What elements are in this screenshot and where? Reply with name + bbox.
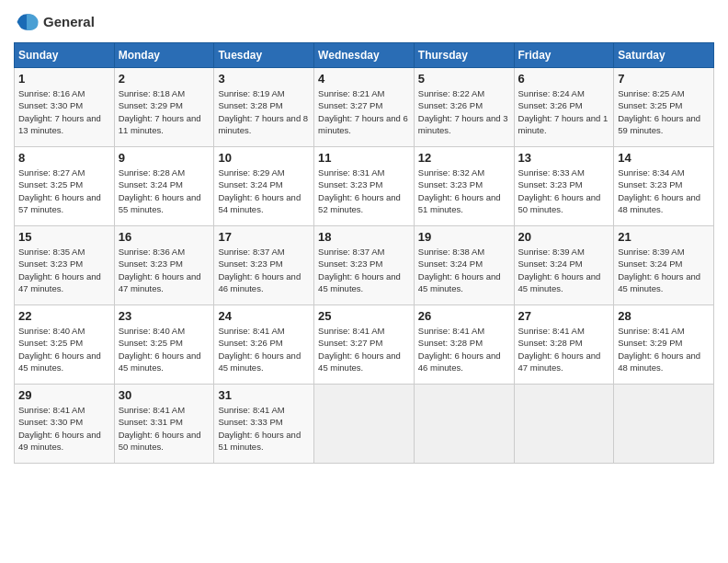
day-number: 8 bbox=[18, 151, 110, 165]
day-number: 17 bbox=[218, 230, 310, 244]
calendar-day-header: Wednesday bbox=[314, 43, 415, 68]
day-detail: Sunrise: 8:41 AM Sunset: 3:28 PM Dayligh… bbox=[518, 325, 610, 373]
calendar-cell: 31 Sunrise: 8:41 AM Sunset: 3:33 PM Dayl… bbox=[214, 385, 314, 464]
day-detail: Sunrise: 8:41 AM Sunset: 3:28 PM Dayligh… bbox=[418, 325, 510, 373]
day-detail: Sunrise: 8:24 AM Sunset: 3:26 PM Dayligh… bbox=[518, 87, 610, 136]
calendar-cell: 26 Sunrise: 8:41 AM Sunset: 3:28 PM Dayl… bbox=[414, 305, 514, 385]
day-detail: Sunrise: 8:39 AM Sunset: 3:24 PM Dayligh… bbox=[618, 246, 710, 294]
calendar-cell: 2 Sunrise: 8:18 AM Sunset: 3:29 PM Dayli… bbox=[114, 68, 214, 147]
day-detail: Sunrise: 8:41 AM Sunset: 3:33 PM Dayligh… bbox=[218, 404, 310, 453]
day-detail: Sunrise: 8:21 AM Sunset: 3:27 PM Dayligh… bbox=[318, 87, 410, 136]
calendar-cell: 25 Sunrise: 8:41 AM Sunset: 3:27 PM Dayl… bbox=[314, 305, 415, 385]
day-number: 30 bbox=[119, 388, 210, 402]
day-detail: Sunrise: 8:29 AM Sunset: 3:24 PM Dayligh… bbox=[218, 167, 310, 215]
day-detail: Sunrise: 8:41 AM Sunset: 3:26 PM Dayligh… bbox=[218, 325, 310, 373]
calendar-cell: 23 Sunrise: 8:40 AM Sunset: 3:25 PM Dayl… bbox=[114, 305, 214, 385]
day-number: 4 bbox=[318, 72, 410, 86]
calendar-cell: 4 Sunrise: 8:21 AM Sunset: 3:27 PM Dayli… bbox=[314, 68, 415, 147]
calendar-week-row: 22 Sunrise: 8:40 AM Sunset: 3:25 PM Dayl… bbox=[15, 305, 714, 385]
day-number: 3 bbox=[218, 72, 310, 86]
day-detail: Sunrise: 8:41 AM Sunset: 3:31 PM Dayligh… bbox=[119, 404, 210, 453]
day-number: 23 bbox=[119, 309, 210, 323]
calendar-cell bbox=[514, 385, 614, 464]
day-detail: Sunrise: 8:41 AM Sunset: 3:30 PM Dayligh… bbox=[18, 404, 110, 453]
day-detail: Sunrise: 8:25 AM Sunset: 3:25 PM Dayligh… bbox=[618, 87, 710, 136]
day-detail: Sunrise: 8:37 AM Sunset: 3:23 PM Dayligh… bbox=[318, 246, 410, 294]
day-number: 13 bbox=[518, 151, 610, 165]
calendar-day-header: Tuesday bbox=[214, 43, 314, 68]
day-detail: Sunrise: 8:32 AM Sunset: 3:23 PM Dayligh… bbox=[418, 167, 510, 215]
header: General bbox=[14, 9, 714, 35]
logo: General bbox=[14, 9, 95, 35]
calendar-cell: 7 Sunrise: 8:25 AM Sunset: 3:25 PM Dayli… bbox=[614, 68, 714, 147]
day-number: 14 bbox=[618, 151, 710, 165]
day-detail: Sunrise: 8:34 AM Sunset: 3:23 PM Dayligh… bbox=[618, 167, 710, 215]
calendar-cell: 1 Sunrise: 8:16 AM Sunset: 3:30 PM Dayli… bbox=[15, 68, 115, 147]
day-number: 28 bbox=[618, 309, 710, 323]
calendar-cell: 21 Sunrise: 8:39 AM Sunset: 3:24 PM Dayl… bbox=[614, 226, 714, 305]
day-number: 7 bbox=[618, 72, 710, 86]
day-number: 20 bbox=[518, 230, 610, 244]
day-number: 25 bbox=[318, 309, 410, 323]
calendar-cell: 28 Sunrise: 8:41 AM Sunset: 3:29 PM Dayl… bbox=[614, 305, 714, 385]
calendar-week-row: 1 Sunrise: 8:16 AM Sunset: 3:30 PM Dayli… bbox=[15, 68, 714, 147]
day-number: 2 bbox=[119, 72, 210, 86]
calendar-cell: 20 Sunrise: 8:39 AM Sunset: 3:24 PM Dayl… bbox=[514, 226, 614, 305]
calendar-cell bbox=[614, 385, 714, 464]
day-number: 6 bbox=[518, 72, 610, 86]
calendar-cell: 15 Sunrise: 8:35 AM Sunset: 3:23 PM Dayl… bbox=[15, 226, 115, 305]
calendar-cell bbox=[314, 385, 415, 464]
day-detail: Sunrise: 8:16 AM Sunset: 3:30 PM Dayligh… bbox=[18, 87, 110, 136]
calendar-cell: 12 Sunrise: 8:32 AM Sunset: 3:23 PM Dayl… bbox=[414, 147, 514, 226]
calendar-cell: 27 Sunrise: 8:41 AM Sunset: 3:28 PM Dayl… bbox=[514, 305, 614, 385]
day-number: 29 bbox=[18, 388, 110, 402]
calendar-cell: 5 Sunrise: 8:22 AM Sunset: 3:26 PM Dayli… bbox=[414, 68, 514, 147]
day-detail: Sunrise: 8:18 AM Sunset: 3:29 PM Dayligh… bbox=[119, 87, 210, 136]
day-detail: Sunrise: 8:31 AM Sunset: 3:23 PM Dayligh… bbox=[318, 167, 410, 215]
calendar-cell: 22 Sunrise: 8:40 AM Sunset: 3:25 PM Dayl… bbox=[15, 305, 115, 385]
day-number: 1 bbox=[18, 72, 110, 86]
day-number: 11 bbox=[318, 151, 410, 165]
day-number: 26 bbox=[418, 309, 510, 323]
day-number: 15 bbox=[18, 230, 110, 244]
day-detail: Sunrise: 8:41 AM Sunset: 3:29 PM Dayligh… bbox=[618, 325, 710, 373]
day-number: 10 bbox=[218, 151, 310, 165]
day-number: 31 bbox=[218, 388, 310, 402]
calendar-cell: 13 Sunrise: 8:33 AM Sunset: 3:23 PM Dayl… bbox=[514, 147, 614, 226]
day-detail: Sunrise: 8:37 AM Sunset: 3:23 PM Dayligh… bbox=[218, 246, 310, 294]
day-number: 22 bbox=[18, 309, 110, 323]
calendar-cell: 16 Sunrise: 8:36 AM Sunset: 3:23 PM Dayl… bbox=[114, 226, 214, 305]
day-detail: Sunrise: 8:40 AM Sunset: 3:25 PM Dayligh… bbox=[18, 325, 110, 373]
calendar-cell: 9 Sunrise: 8:28 AM Sunset: 3:24 PM Dayli… bbox=[114, 147, 214, 226]
day-detail: Sunrise: 8:39 AM Sunset: 3:24 PM Dayligh… bbox=[518, 246, 610, 294]
day-detail: Sunrise: 8:40 AM Sunset: 3:25 PM Dayligh… bbox=[119, 325, 210, 373]
day-detail: Sunrise: 8:27 AM Sunset: 3:25 PM Dayligh… bbox=[18, 167, 110, 215]
calendar-cell: 10 Sunrise: 8:29 AM Sunset: 3:24 PM Dayl… bbox=[214, 147, 314, 226]
calendar-day-header: Sunday bbox=[15, 43, 115, 68]
day-detail: Sunrise: 8:19 AM Sunset: 3:28 PM Dayligh… bbox=[218, 87, 310, 136]
day-detail: Sunrise: 8:28 AM Sunset: 3:24 PM Dayligh… bbox=[119, 167, 210, 215]
calendar-cell: 29 Sunrise: 8:41 AM Sunset: 3:30 PM Dayl… bbox=[15, 385, 115, 464]
day-number: 27 bbox=[518, 309, 610, 323]
calendar-day-header: Friday bbox=[514, 43, 614, 68]
calendar-cell: 19 Sunrise: 8:38 AM Sunset: 3:24 PM Dayl… bbox=[414, 226, 514, 305]
calendar-table: SundayMondayTuesdayWednesdayThursdayFrid… bbox=[14, 42, 714, 464]
calendar-cell: 30 Sunrise: 8:41 AM Sunset: 3:31 PM Dayl… bbox=[114, 385, 214, 464]
logo-icon bbox=[14, 9, 40, 35]
calendar-cell: 17 Sunrise: 8:37 AM Sunset: 3:23 PM Dayl… bbox=[214, 226, 314, 305]
day-detail: Sunrise: 8:22 AM Sunset: 3:26 PM Dayligh… bbox=[418, 87, 510, 136]
calendar-cell: 11 Sunrise: 8:31 AM Sunset: 3:23 PM Dayl… bbox=[314, 147, 415, 226]
calendar-cell: 6 Sunrise: 8:24 AM Sunset: 3:26 PM Dayli… bbox=[514, 68, 614, 147]
day-number: 9 bbox=[119, 151, 210, 165]
calendar-cell: 14 Sunrise: 8:34 AM Sunset: 3:23 PM Dayl… bbox=[614, 147, 714, 226]
calendar-week-row: 15 Sunrise: 8:35 AM Sunset: 3:23 PM Dayl… bbox=[15, 226, 714, 305]
day-detail: Sunrise: 8:36 AM Sunset: 3:23 PM Dayligh… bbox=[119, 246, 210, 294]
calendar-cell: 24 Sunrise: 8:41 AM Sunset: 3:26 PM Dayl… bbox=[214, 305, 314, 385]
day-number: 12 bbox=[418, 151, 510, 165]
calendar-cell: 3 Sunrise: 8:19 AM Sunset: 3:28 PM Dayli… bbox=[214, 68, 314, 147]
calendar-header-row: SundayMondayTuesdayWednesdayThursdayFrid… bbox=[15, 43, 714, 68]
day-detail: Sunrise: 8:33 AM Sunset: 3:23 PM Dayligh… bbox=[518, 167, 610, 215]
day-number: 18 bbox=[318, 230, 410, 244]
day-number: 16 bbox=[119, 230, 210, 244]
calendar-cell bbox=[414, 385, 514, 464]
